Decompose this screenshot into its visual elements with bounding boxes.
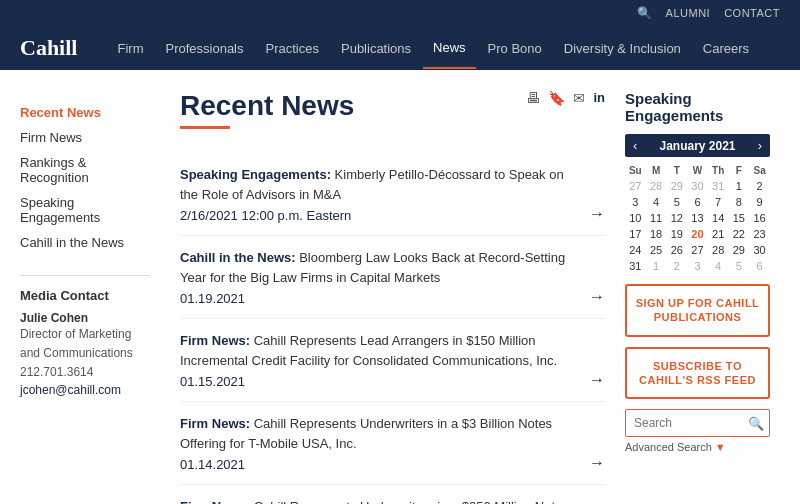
sidebar-nav-section: Recent News Firm News Rankings &Recognit…	[20, 100, 150, 255]
cal-cell[interactable]: 30	[687, 178, 708, 194]
nav-firm[interactable]: Firm	[107, 29, 153, 68]
speaking-engagements-title: Speaking Engagements	[625, 90, 770, 124]
bookmark-icon[interactable]: 🔖	[548, 90, 565, 106]
calendar-prev[interactable]: ‹	[631, 138, 639, 153]
cal-cell[interactable]: 1	[646, 258, 667, 274]
cal-cell[interactable]: 11	[646, 210, 667, 226]
cal-cell[interactable]: 30	[749, 242, 770, 258]
sidebar-item-recent-news[interactable]: Recent News	[20, 100, 150, 125]
page-title: Recent News	[180, 90, 354, 122]
cal-cell[interactable]: 28	[708, 242, 729, 258]
cal-cell[interactable]: 3	[625, 194, 646, 210]
cal-cell[interactable]: 2	[749, 178, 770, 194]
cal-cell[interactable]: 5	[666, 194, 687, 210]
search-button[interactable]: 🔍	[748, 416, 764, 431]
search-box: 🔍	[625, 409, 770, 437]
news-item-4: Firm News: Cahill Represents Underwriter…	[180, 485, 605, 504]
nav-publications[interactable]: Publications	[331, 29, 421, 68]
cal-week-5: 24 25 26 27 28 29 30	[625, 242, 770, 258]
signup-publications-btn[interactable]: SIGN UP FOR CAHILL PUBLICATIONS	[625, 284, 770, 337]
cal-day-th: Th	[708, 163, 729, 178]
calendar-grid: Su M T W Th F Sa 27 28 29 30	[625, 163, 770, 274]
cal-cell[interactable]: 14	[708, 210, 729, 226]
cal-cell[interactable]: 28	[646, 178, 667, 194]
cal-cell[interactable]: 22	[729, 226, 750, 242]
cal-cell[interactable]: 4	[646, 194, 667, 210]
nav-professionals[interactable]: Professionals	[155, 29, 253, 68]
news-item-2: Firm News: Cahill Represents Lead Arrang…	[180, 319, 605, 402]
cal-cell[interactable]: 21	[708, 226, 729, 242]
nav-news[interactable]: News	[423, 28, 476, 69]
cal-day-su: Su	[625, 163, 646, 178]
main-container: Recent News Firm News Rankings &Recognit…	[0, 70, 800, 504]
news-category-2: Firm News:	[180, 333, 250, 348]
nav-practices[interactable]: Practices	[256, 29, 329, 68]
cal-day-sa: Sa	[749, 163, 770, 178]
print-icon[interactable]: 🖶	[526, 90, 540, 106]
subscribe-rss-btn[interactable]: SUBSCRIBE TO CAHILL'S RSS FEED	[625, 347, 770, 400]
linkedin-icon[interactable]: in	[593, 90, 605, 106]
contact-name: Julie Cohen	[20, 311, 150, 325]
news-date-1: 01.19.2021	[180, 291, 579, 306]
nav-careers[interactable]: Careers	[693, 29, 759, 68]
cal-cell[interactable]: 12	[666, 210, 687, 226]
cal-cell[interactable]: 17	[625, 226, 646, 242]
news-arrow-0[interactable]: →	[589, 205, 605, 223]
cal-cell[interactable]: 9	[749, 194, 770, 210]
cal-cell[interactable]: 7	[708, 194, 729, 210]
nav-probono[interactable]: Pro Bono	[478, 29, 552, 68]
news-item-text-3: Firm News: Cahill Represents Underwriter…	[180, 414, 579, 472]
news-arrow-1[interactable]: →	[589, 288, 605, 306]
cal-day-f: F	[729, 163, 750, 178]
cal-cell[interactable]: 29	[729, 242, 750, 258]
cal-cell[interactable]: 29	[666, 178, 687, 194]
logo[interactable]: Cahill	[20, 35, 77, 61]
cal-cell[interactable]: 27	[687, 242, 708, 258]
cal-cell[interactable]: 6	[687, 194, 708, 210]
cal-cell[interactable]: 13	[687, 210, 708, 226]
cal-cell[interactable]: 31	[708, 178, 729, 194]
contact-link[interactable]: CONTACT	[724, 7, 780, 19]
sidebar-item-cahill-news[interactable]: Cahill in the News	[20, 230, 150, 255]
cal-cell[interactable]: 5	[729, 258, 750, 274]
news-category-1: Cahill in the News:	[180, 250, 296, 265]
cal-cell[interactable]: 4	[708, 258, 729, 274]
alumni-link[interactable]: ALUMNI	[666, 7, 711, 19]
cal-cell[interactable]: 24	[625, 242, 646, 258]
cal-cell[interactable]: 8	[729, 194, 750, 210]
email-icon[interactable]: ✉	[573, 90, 585, 106]
sidebar-item-firm-news[interactable]: Firm News	[20, 125, 150, 150]
sidebar-media-contact: Media Contact Julie Cohen Director of Ma…	[20, 288, 150, 397]
calendar-next[interactable]: ›	[756, 138, 764, 153]
cal-cell[interactable]: 19	[666, 226, 687, 242]
cal-cell[interactable]: 1	[729, 178, 750, 194]
cal-cell[interactable]: 25	[646, 242, 667, 258]
news-category-3: Firm News:	[180, 416, 250, 431]
cal-cell[interactable]: 6	[749, 258, 770, 274]
sidebar-item-rankings[interactable]: Rankings &Recognition	[20, 150, 150, 190]
cal-day-w: W	[687, 163, 708, 178]
cal-cell[interactable]: 16	[749, 210, 770, 226]
advanced-search-link[interactable]: Advanced Search ▼	[625, 441, 770, 453]
cal-cell[interactable]: 23	[749, 226, 770, 242]
news-item-text-0: Speaking Engagements: Kimberly Petillo-D…	[180, 165, 579, 223]
cal-cell[interactable]: 31	[625, 258, 646, 274]
sidebar-item-speaking[interactable]: SpeakingEngagements	[20, 190, 150, 230]
share-icons: 🖶 🔖 ✉ in	[526, 90, 605, 106]
news-item-3: Firm News: Cahill Represents Underwriter…	[180, 402, 605, 485]
cal-cell[interactable]: 15	[729, 210, 750, 226]
cal-cell-today[interactable]: 20	[687, 226, 708, 242]
content-area: Recent News 🖶 🔖 ✉ in Speaking Engagement…	[170, 90, 625, 504]
cal-cell[interactable]: 26	[666, 242, 687, 258]
contact-email[interactable]: jcohen@cahill.com	[20, 383, 150, 397]
news-arrow-2[interactable]: →	[589, 371, 605, 389]
cal-cell[interactable]: 10	[625, 210, 646, 226]
cal-cell[interactable]: 3	[687, 258, 708, 274]
cal-cell[interactable]: 2	[666, 258, 687, 274]
cal-cell[interactable]: 18	[646, 226, 667, 242]
nav-diversity[interactable]: Diversity & Inclusion	[554, 29, 691, 68]
cal-week-1: 27 28 29 30 31 1 2	[625, 178, 770, 194]
cal-cell[interactable]: 27	[625, 178, 646, 194]
news-arrow-3[interactable]: →	[589, 454, 605, 472]
news-date-3: 01.14.2021	[180, 457, 579, 472]
